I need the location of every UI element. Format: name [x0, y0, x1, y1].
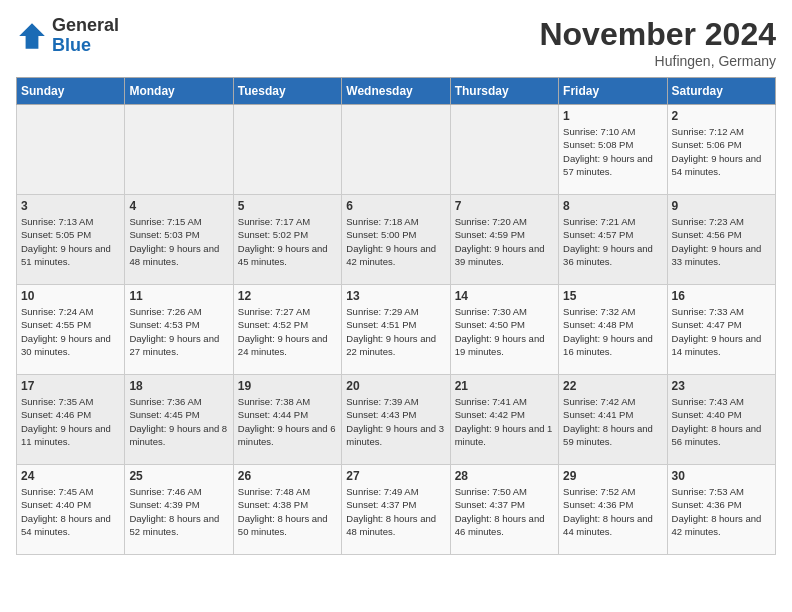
- calendar-cell: 10Sunrise: 7:24 AM Sunset: 4:55 PM Dayli…: [17, 285, 125, 375]
- day-info: Sunrise: 7:26 AM Sunset: 4:53 PM Dayligh…: [129, 305, 228, 358]
- day-info: Sunrise: 7:36 AM Sunset: 4:45 PM Dayligh…: [129, 395, 228, 448]
- weekday-header-wednesday: Wednesday: [342, 78, 450, 105]
- day-info: Sunrise: 7:30 AM Sunset: 4:50 PM Dayligh…: [455, 305, 554, 358]
- calendar-header-row: SundayMondayTuesdayWednesdayThursdayFrid…: [17, 78, 776, 105]
- day-info: Sunrise: 7:21 AM Sunset: 4:57 PM Dayligh…: [563, 215, 662, 268]
- calendar-cell: 23Sunrise: 7:43 AM Sunset: 4:40 PM Dayli…: [667, 375, 775, 465]
- calendar-cell: 7Sunrise: 7:20 AM Sunset: 4:59 PM Daylig…: [450, 195, 558, 285]
- calendar-cell: 11Sunrise: 7:26 AM Sunset: 4:53 PM Dayli…: [125, 285, 233, 375]
- day-info: Sunrise: 7:49 AM Sunset: 4:37 PM Dayligh…: [346, 485, 445, 538]
- day-info: Sunrise: 7:12 AM Sunset: 5:06 PM Dayligh…: [672, 125, 771, 178]
- day-info: Sunrise: 7:45 AM Sunset: 4:40 PM Dayligh…: [21, 485, 120, 538]
- day-number: 11: [129, 289, 228, 303]
- calendar-cell: 13Sunrise: 7:29 AM Sunset: 4:51 PM Dayli…: [342, 285, 450, 375]
- day-info: Sunrise: 7:20 AM Sunset: 4:59 PM Dayligh…: [455, 215, 554, 268]
- calendar-cell: [450, 105, 558, 195]
- calendar-week-5: 24Sunrise: 7:45 AM Sunset: 4:40 PM Dayli…: [17, 465, 776, 555]
- day-number: 4: [129, 199, 228, 213]
- calendar-cell: 21Sunrise: 7:41 AM Sunset: 4:42 PM Dayli…: [450, 375, 558, 465]
- calendar-cell: 8Sunrise: 7:21 AM Sunset: 4:57 PM Daylig…: [559, 195, 667, 285]
- logo-blue-text: Blue: [52, 36, 119, 56]
- day-info: Sunrise: 7:39 AM Sunset: 4:43 PM Dayligh…: [346, 395, 445, 448]
- calendar-table: SundayMondayTuesdayWednesdayThursdayFrid…: [16, 77, 776, 555]
- day-number: 30: [672, 469, 771, 483]
- day-number: 15: [563, 289, 662, 303]
- title-block: November 2024 Hufingen, Germany: [539, 16, 776, 69]
- day-info: Sunrise: 7:46 AM Sunset: 4:39 PM Dayligh…: [129, 485, 228, 538]
- day-number: 25: [129, 469, 228, 483]
- day-number: 27: [346, 469, 445, 483]
- calendar-cell: [17, 105, 125, 195]
- calendar-cell: 3Sunrise: 7:13 AM Sunset: 5:05 PM Daylig…: [17, 195, 125, 285]
- day-info: Sunrise: 7:17 AM Sunset: 5:02 PM Dayligh…: [238, 215, 337, 268]
- calendar-cell: 2Sunrise: 7:12 AM Sunset: 5:06 PM Daylig…: [667, 105, 775, 195]
- logo-icon: [16, 20, 48, 52]
- calendar-cell: 29Sunrise: 7:52 AM Sunset: 4:36 PM Dayli…: [559, 465, 667, 555]
- day-number: 22: [563, 379, 662, 393]
- day-number: 10: [21, 289, 120, 303]
- day-number: 14: [455, 289, 554, 303]
- day-number: 23: [672, 379, 771, 393]
- day-number: 17: [21, 379, 120, 393]
- day-info: Sunrise: 7:48 AM Sunset: 4:38 PM Dayligh…: [238, 485, 337, 538]
- day-info: Sunrise: 7:35 AM Sunset: 4:46 PM Dayligh…: [21, 395, 120, 448]
- svg-marker-0: [19, 23, 45, 49]
- day-info: Sunrise: 7:43 AM Sunset: 4:40 PM Dayligh…: [672, 395, 771, 448]
- day-number: 12: [238, 289, 337, 303]
- day-info: Sunrise: 7:53 AM Sunset: 4:36 PM Dayligh…: [672, 485, 771, 538]
- weekday-header-sunday: Sunday: [17, 78, 125, 105]
- calendar-cell: 19Sunrise: 7:38 AM Sunset: 4:44 PM Dayli…: [233, 375, 341, 465]
- day-number: 21: [455, 379, 554, 393]
- calendar-cell: 20Sunrise: 7:39 AM Sunset: 4:43 PM Dayli…: [342, 375, 450, 465]
- day-info: Sunrise: 7:18 AM Sunset: 5:00 PM Dayligh…: [346, 215, 445, 268]
- day-info: Sunrise: 7:50 AM Sunset: 4:37 PM Dayligh…: [455, 485, 554, 538]
- calendar-cell: 22Sunrise: 7:42 AM Sunset: 4:41 PM Dayli…: [559, 375, 667, 465]
- day-info: Sunrise: 7:29 AM Sunset: 4:51 PM Dayligh…: [346, 305, 445, 358]
- calendar-week-3: 10Sunrise: 7:24 AM Sunset: 4:55 PM Dayli…: [17, 285, 776, 375]
- calendar-cell: 27Sunrise: 7:49 AM Sunset: 4:37 PM Dayli…: [342, 465, 450, 555]
- calendar-cell: 5Sunrise: 7:17 AM Sunset: 5:02 PM Daylig…: [233, 195, 341, 285]
- day-info: Sunrise: 7:33 AM Sunset: 4:47 PM Dayligh…: [672, 305, 771, 358]
- calendar-cell: 4Sunrise: 7:15 AM Sunset: 5:03 PM Daylig…: [125, 195, 233, 285]
- calendar-week-4: 17Sunrise: 7:35 AM Sunset: 4:46 PM Dayli…: [17, 375, 776, 465]
- day-info: Sunrise: 7:13 AM Sunset: 5:05 PM Dayligh…: [21, 215, 120, 268]
- day-number: 8: [563, 199, 662, 213]
- day-info: Sunrise: 7:27 AM Sunset: 4:52 PM Dayligh…: [238, 305, 337, 358]
- calendar-cell: 15Sunrise: 7:32 AM Sunset: 4:48 PM Dayli…: [559, 285, 667, 375]
- day-info: Sunrise: 7:42 AM Sunset: 4:41 PM Dayligh…: [563, 395, 662, 448]
- day-info: Sunrise: 7:52 AM Sunset: 4:36 PM Dayligh…: [563, 485, 662, 538]
- calendar-cell: 18Sunrise: 7:36 AM Sunset: 4:45 PM Dayli…: [125, 375, 233, 465]
- calendar-cell: 25Sunrise: 7:46 AM Sunset: 4:39 PM Dayli…: [125, 465, 233, 555]
- day-number: 3: [21, 199, 120, 213]
- weekday-header-friday: Friday: [559, 78, 667, 105]
- day-info: Sunrise: 7:38 AM Sunset: 4:44 PM Dayligh…: [238, 395, 337, 448]
- day-number: 7: [455, 199, 554, 213]
- calendar-cell: 17Sunrise: 7:35 AM Sunset: 4:46 PM Dayli…: [17, 375, 125, 465]
- calendar-cell: 6Sunrise: 7:18 AM Sunset: 5:00 PM Daylig…: [342, 195, 450, 285]
- calendar-cell: 16Sunrise: 7:33 AM Sunset: 4:47 PM Dayli…: [667, 285, 775, 375]
- calendar-cell: 24Sunrise: 7:45 AM Sunset: 4:40 PM Dayli…: [17, 465, 125, 555]
- logo-general-text: General: [52, 16, 119, 36]
- day-number: 13: [346, 289, 445, 303]
- day-number: 9: [672, 199, 771, 213]
- month-title: November 2024: [539, 16, 776, 53]
- day-number: 6: [346, 199, 445, 213]
- calendar-week-1: 1Sunrise: 7:10 AM Sunset: 5:08 PM Daylig…: [17, 105, 776, 195]
- day-number: 19: [238, 379, 337, 393]
- day-number: 16: [672, 289, 771, 303]
- day-number: 29: [563, 469, 662, 483]
- day-info: Sunrise: 7:23 AM Sunset: 4:56 PM Dayligh…: [672, 215, 771, 268]
- day-info: Sunrise: 7:24 AM Sunset: 4:55 PM Dayligh…: [21, 305, 120, 358]
- day-number: 20: [346, 379, 445, 393]
- day-number: 1: [563, 109, 662, 123]
- calendar-cell: 28Sunrise: 7:50 AM Sunset: 4:37 PM Dayli…: [450, 465, 558, 555]
- calendar-cell: [233, 105, 341, 195]
- weekday-header-tuesday: Tuesday: [233, 78, 341, 105]
- calendar-cell: [125, 105, 233, 195]
- weekday-header-thursday: Thursday: [450, 78, 558, 105]
- calendar-cell: [342, 105, 450, 195]
- day-number: 5: [238, 199, 337, 213]
- calendar-cell: 12Sunrise: 7:27 AM Sunset: 4:52 PM Dayli…: [233, 285, 341, 375]
- page-header: General Blue November 2024 Hufingen, Ger…: [16, 16, 776, 69]
- day-info: Sunrise: 7:41 AM Sunset: 4:42 PM Dayligh…: [455, 395, 554, 448]
